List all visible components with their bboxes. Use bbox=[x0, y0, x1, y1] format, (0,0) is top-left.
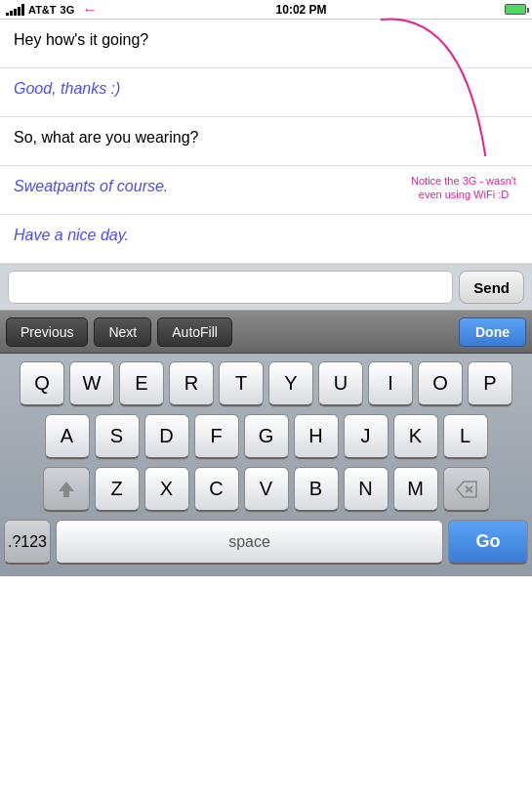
key-d[interactable]: D bbox=[144, 414, 189, 459]
chat-area: Hey how's it going? Good, thanks :) So, … bbox=[0, 20, 532, 265]
backspace-icon bbox=[456, 481, 477, 498]
shift-key[interactable] bbox=[43, 467, 90, 512]
chat-message-5: Have a nice day. bbox=[0, 215, 532, 264]
status-left: AT&T 3G ← bbox=[6, 1, 98, 19]
chat-message-3: So, what are you wearing? bbox=[0, 117, 532, 166]
chat-text-2: Good, thanks :) bbox=[14, 78, 518, 106]
key-l[interactable]: L bbox=[443, 414, 488, 459]
status-bar: AT&T 3G ← 10:02 PM bbox=[0, 0, 532, 20]
key-o[interactable]: O bbox=[418, 361, 463, 406]
key-i[interactable]: I bbox=[368, 361, 413, 406]
key-x[interactable]: X bbox=[144, 467, 189, 512]
key-s[interactable]: S bbox=[95, 414, 140, 459]
keyboard-row-2: A S D F G H J K L bbox=[4, 414, 528, 459]
key-k[interactable]: K bbox=[393, 414, 438, 459]
time-label: 10:02 PM bbox=[276, 3, 327, 17]
input-area: Send bbox=[0, 265, 532, 311]
keyboard-row-3: Z X C V B N M bbox=[4, 467, 528, 512]
key-t[interactable]: T bbox=[219, 361, 264, 406]
back-arrow-icon[interactable]: ← bbox=[82, 1, 98, 19]
chat-text-3: So, what are you wearing? bbox=[14, 127, 518, 155]
key-r[interactable]: R bbox=[169, 361, 214, 406]
chat-text-1: Hey how's it going? bbox=[14, 29, 518, 58]
key-q[interactable]: Q bbox=[20, 361, 64, 406]
keyboard-row-1: Q W E R T Y U I O P bbox=[4, 361, 528, 406]
message-input[interactable] bbox=[8, 271, 453, 304]
key-v[interactable]: V bbox=[244, 467, 289, 512]
key-m[interactable]: M bbox=[393, 467, 438, 512]
keyboard-toolbar: Previous Next AutoFill Done bbox=[0, 311, 532, 354]
chat-message-1: Hey how's it going? bbox=[0, 20, 532, 68]
key-a[interactable]: A bbox=[45, 414, 90, 459]
key-w[interactable]: W bbox=[69, 361, 114, 406]
key-u[interactable]: U bbox=[318, 361, 363, 406]
battery-icon bbox=[505, 4, 526, 15]
chat-text-5: Have a nice day. bbox=[14, 225, 518, 253]
number-symbols-key[interactable]: .?123 bbox=[4, 520, 51, 565]
network-type-label: 3G bbox=[61, 4, 75, 16]
chat-message-4: Sweatpants of course. Notice the 3G - wa… bbox=[0, 166, 532, 215]
done-button[interactable]: Done bbox=[459, 317, 526, 347]
key-p[interactable]: P bbox=[468, 361, 512, 406]
carrier-label: AT&T bbox=[28, 4, 57, 16]
keyboard-row-4: .?123 space Go bbox=[4, 520, 528, 565]
key-y[interactable]: Y bbox=[268, 361, 313, 406]
key-e[interactable]: E bbox=[119, 361, 164, 406]
key-g[interactable]: G bbox=[244, 414, 289, 459]
space-key[interactable]: space bbox=[56, 520, 443, 565]
svg-marker-0 bbox=[59, 482, 74, 497]
key-j[interactable]: J bbox=[344, 414, 389, 459]
go-key[interactable]: Go bbox=[448, 520, 528, 565]
annotation-text: Notice the 3G - wasn't even using WiFi :… bbox=[405, 174, 522, 202]
key-z[interactable]: Z bbox=[95, 467, 140, 512]
send-button[interactable]: Send bbox=[459, 271, 524, 304]
shift-icon bbox=[57, 480, 76, 499]
key-n[interactable]: N bbox=[344, 467, 389, 512]
next-button[interactable]: Next bbox=[94, 317, 151, 347]
autofill-button[interactable]: AutoFill bbox=[157, 317, 232, 347]
backspace-key[interactable] bbox=[443, 467, 490, 512]
keyboard: Q W E R T Y U I O P A S D F G H J K L Z … bbox=[0, 354, 532, 576]
key-f[interactable]: F bbox=[194, 414, 239, 459]
key-h[interactable]: H bbox=[294, 414, 339, 459]
key-c[interactable]: C bbox=[194, 467, 239, 512]
key-b[interactable]: B bbox=[294, 467, 339, 512]
previous-button[interactable]: Previous bbox=[6, 317, 88, 347]
chat-message-2: Good, thanks :) bbox=[0, 68, 532, 117]
status-right bbox=[505, 4, 526, 15]
signal-bars-icon bbox=[6, 4, 24, 16]
